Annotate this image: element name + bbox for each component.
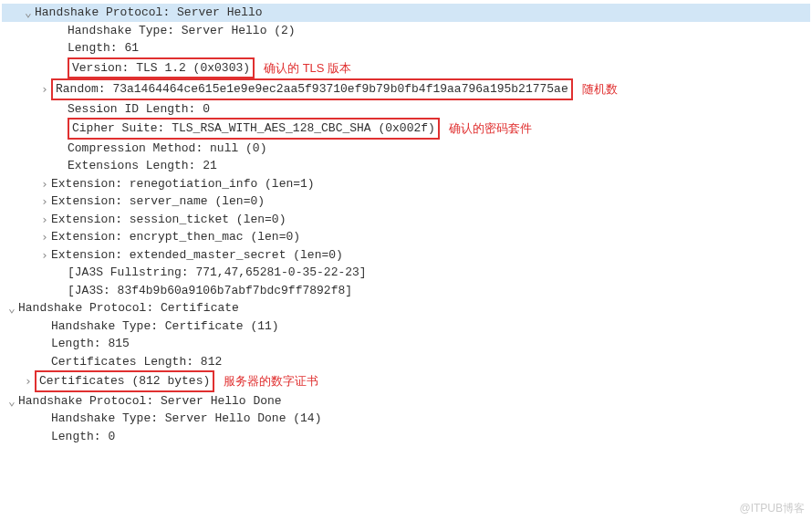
row-cert-length[interactable]: · Length: 815 <box>2 335 810 353</box>
annot-cipher: 确认的密码套件 <box>449 120 532 138</box>
handshake-type-label: Handshake Type: Server Hello (2) <box>68 22 296 40</box>
ext3-label: Extension: session_ticket (len=0) <box>51 211 286 229</box>
row-session-id[interactable]: · Session ID Length: 0 <box>2 100 810 119</box>
ext1-label: Extension: renegotiation_info (len=1) <box>51 175 315 193</box>
row-ext2[interactable]: › Extension: server_name (len=0) <box>2 192 810 211</box>
row-ext1[interactable]: › Extension: renegotiation_info (len=1) <box>2 175 810 193</box>
ext2-label: Extension: server_name (len=0) <box>51 192 265 211</box>
row-certs[interactable]: › Certificates (812 bytes) 服务器的数字证书 <box>2 370 810 392</box>
row-ext-len[interactable]: · Extensions Length: 21 <box>2 157 810 175</box>
cert-length-label: Length: 815 <box>51 335 130 353</box>
row-server-hello[interactable]: ⌄ Handshake Protocol: Server Hello <box>2 4 810 22</box>
row-certs-len[interactable]: · Certificates Length: 812 <box>2 353 810 371</box>
annot-version: 确认的 TLS 版本 <box>264 59 351 78</box>
server-hello-header: Handshake Protocol: Server Hello <box>35 4 263 22</box>
ja3s-label: [JA3S: 83f4b9b60a9106b7abf7bdc9ff7892f8] <box>68 282 352 300</box>
chevron-down-icon[interactable]: ⌄ <box>5 392 18 411</box>
random-label: Random: 73a1464464ce615e1e9e9ec2aa5f9371… <box>51 78 573 100</box>
certs-label: Certificates (812 bytes) <box>35 370 214 392</box>
packet-tree: ⌄ Handshake Protocol: Server Hello · Han… <box>0 0 812 449</box>
session-id-label: Session ID Length: 0 <box>68 100 210 119</box>
compression-label: Compression Method: null (0) <box>68 140 266 158</box>
watermark: @ITPUB博客 <box>739 500 805 516</box>
cert-type-label: Handshake Type: Certificate (11) <box>51 317 279 336</box>
ext5-label: Extension: extended_master_secret (len=0… <box>51 246 343 265</box>
chevron-right-icon[interactable]: › <box>38 246 51 265</box>
row-handshake-type[interactable]: · Handshake Type: Server Hello (2) <box>2 22 810 40</box>
chevron-right-icon[interactable]: › <box>38 80 51 99</box>
ext-len-label: Extensions Length: 21 <box>68 157 217 175</box>
row-certificate[interactable]: ⌄ Handshake Protocol: Certificate <box>2 299 810 317</box>
certs-len-label: Certificates Length: 812 <box>51 353 222 371</box>
length-label: Length: 61 <box>68 39 139 57</box>
row-compression[interactable]: · Compression Method: null (0) <box>2 140 810 158</box>
chevron-right-icon[interactable]: › <box>38 175 51 193</box>
hello-done-header: Handshake Protocol: Server Hello Done <box>18 392 282 411</box>
row-ext5[interactable]: › Extension: extended_master_secret (len… <box>2 246 810 265</box>
ext4-label: Extension: encrypt_then_mac (len=0) <box>51 228 300 246</box>
row-cipher[interactable]: · Cipher Suite: TLS_RSA_WITH_AES_128_CBC… <box>2 118 810 140</box>
done-type-label: Handshake Type: Server Hello Done (14) <box>51 410 321 428</box>
row-random[interactable]: › Random: 73a1464464ce615e1e9e9ec2aa5f93… <box>2 78 810 100</box>
row-ja3s[interactable]: · [JA3S: 83f4b9b60a9106b7abf7bdc9ff7892f… <box>2 282 810 300</box>
row-ext3[interactable]: › Extension: session_ticket (len=0) <box>2 211 810 229</box>
row-ext4[interactable]: › Extension: encrypt_then_mac (len=0) <box>2 228 810 246</box>
annot-random: 随机数 <box>582 80 618 99</box>
version-label: Version: TLS 1.2 (0x0303) <box>68 57 255 79</box>
row-hello-done[interactable]: ⌄ Handshake Protocol: Server Hello Done <box>2 392 810 411</box>
row-length[interactable]: · Length: 61 <box>2 39 810 57</box>
row-done-type[interactable]: · Handshake Type: Server Hello Done (14) <box>2 410 810 428</box>
chevron-right-icon[interactable]: › <box>22 372 35 390</box>
chevron-right-icon[interactable]: › <box>38 228 51 246</box>
done-length-label: Length: 0 <box>51 428 115 446</box>
annot-cert: 服务器的数字证书 <box>224 372 318 390</box>
chevron-down-icon[interactable]: ⌄ <box>5 299 18 317</box>
cipher-label: Cipher Suite: TLS_RSA_WITH_AES_128_CBC_S… <box>68 118 440 140</box>
chevron-right-icon[interactable]: › <box>38 211 51 229</box>
ja3s-full-label: [JA3S Fullstring: 771,47,65281-0-35-22-2… <box>68 264 367 282</box>
chevron-down-icon[interactable]: ⌄ <box>22 4 35 22</box>
row-done-length[interactable]: · Length: 0 <box>2 428 810 446</box>
chevron-right-icon[interactable]: › <box>38 192 51 211</box>
row-cert-type[interactable]: · Handshake Type: Certificate (11) <box>2 317 810 336</box>
row-ja3s-full[interactable]: · [JA3S Fullstring: 771,47,65281-0-35-22… <box>2 264 810 282</box>
row-version[interactable]: · Version: TLS 1.2 (0x0303) 确认的 TLS 版本 <box>2 57 810 79</box>
certificate-header: Handshake Protocol: Certificate <box>18 299 239 317</box>
